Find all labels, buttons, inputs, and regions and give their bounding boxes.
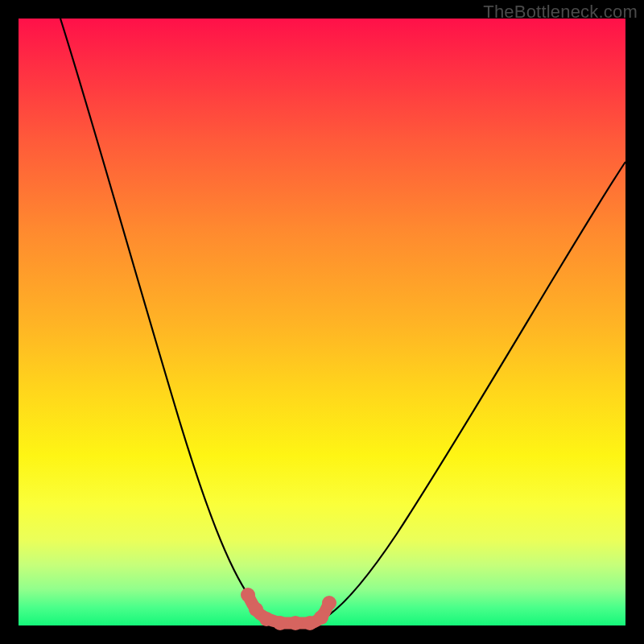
svg-point-6 [314,610,328,625]
svg-point-7 [322,596,336,610]
chart-curves-svg [19,19,625,625]
chart-frame: TheBottleneck.com [0,0,644,644]
svg-point-2 [259,612,274,626]
watermark-text: TheBottleneck.com [483,2,638,23]
svg-point-3 [273,616,287,630]
curve-right [316,162,625,622]
svg-point-4 [288,616,303,630]
svg-point-0 [241,588,255,602]
curve-left [60,19,275,619]
